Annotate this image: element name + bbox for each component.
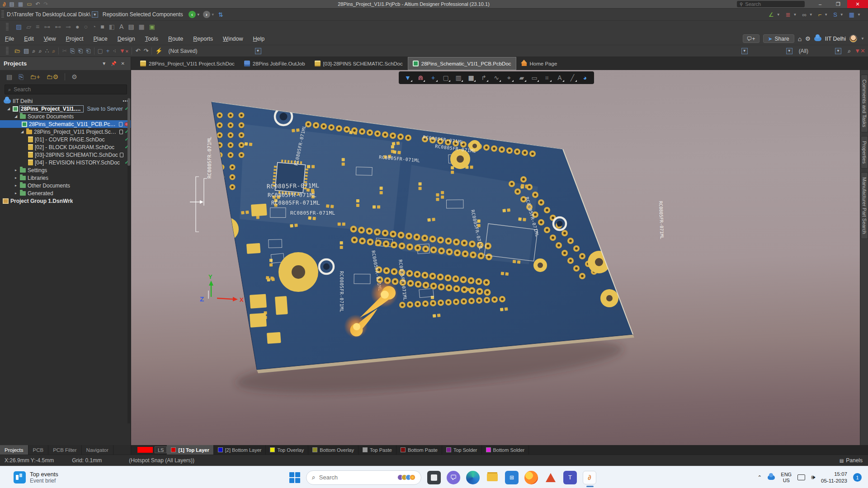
pad-pair-icon[interactable]: ⊶ (44, 23, 50, 30)
panel-dropdown-icon[interactable]: ▼ (99, 61, 108, 66)
doc-tab-outjob[interactable]: 28Pins JobFile.OutJob (240, 57, 310, 70)
menu-design[interactable]: Design (113, 34, 140, 44)
tree-item-libraries[interactable]: ▸ Libraries (0, 174, 131, 182)
share-button[interactable]: ➤ Share (763, 34, 794, 43)
zoom-area-icon[interactable]: ⌕ (39, 47, 42, 55)
grid-settings-icon[interactable]: ▦ (848, 11, 855, 18)
panel-tab-pcb-filter[interactable]: PCB Filter (48, 445, 81, 455)
variant-select[interactable]: (Not Saved) (169, 48, 198, 54)
layer-tab-bottom-layer[interactable]: [2] Bottom Layer (214, 445, 266, 455)
select-dots-icon[interactable]: ⁖ (113, 47, 116, 54)
snap-magnet-icon[interactable]: ⋒ (415, 73, 426, 83)
layer-stack-dropdown-icon[interactable]: ▼ (793, 13, 797, 17)
tree-item-28pins-schematic[interactable]: [03]-28PINS SCHEMATIC.SchDoc (0, 151, 131, 159)
layer-tab-top-paste[interactable]: Top Paste (359, 445, 396, 455)
variant-dropdown-icon[interactable]: ▼ (255, 48, 261, 54)
clear-filter-red-icon[interactable]: ▼✕ (854, 47, 865, 54)
panel-tab-projects[interactable]: Projects (0, 445, 28, 455)
toolbar-grip-2[interactable] (6, 23, 9, 30)
paste-array-icon[interactable]: ⎗ (86, 47, 90, 55)
tray-chevron-icon[interactable]: ⌃ (757, 474, 762, 481)
redo-icon[interactable]: ↷ (44, 1, 48, 7)
route-width-icon[interactable]: ∿ (491, 73, 502, 83)
place-component-icon[interactable]: ▦ (466, 73, 476, 83)
menu-file[interactable]: File (0, 34, 19, 44)
measure-tool-icon[interactable]: ∠ (768, 11, 775, 18)
home-icon[interactable]: ⌂ (798, 36, 802, 42)
board-insight-icon[interactable]: ▥ (453, 73, 464, 83)
route-path-icon[interactable]: ⌐ (817, 11, 823, 18)
expand-icon[interactable]: ◢ (6, 107, 11, 111)
component-array-icon[interactable]: ▦ (139, 23, 145, 30)
filter-scope[interactable]: (All) (799, 48, 808, 54)
menu-route[interactable]: Route (163, 34, 188, 44)
undo-arrow-icon[interactable]: ↶ (135, 47, 140, 54)
user-avatar[interactable] (849, 35, 857, 42)
menu-window[interactable]: Window (218, 34, 248, 44)
align-tool-icon[interactable]: ≡ (36, 23, 39, 30)
panels-button[interactable]: ▤ Panels (840, 457, 863, 464)
route-path-dropdown-icon[interactable]: ▼ (824, 13, 828, 17)
projects-search-input[interactable] (14, 86, 108, 93)
layer-tab-bottom-solder[interactable]: Bottom Solder (482, 445, 529, 455)
cut-icon[interactable]: ✂ (62, 47, 67, 54)
select-area-icon[interactable]: ▢ (98, 47, 103, 54)
panel-compile-icon[interactable]: ⎘ (19, 73, 24, 81)
tree-item-generated[interactable]: ▸ Generated (0, 189, 131, 197)
zoom-filter-icon[interactable]: ⌕ (52, 47, 55, 55)
pcb-3d-viewport[interactable]: RC0805FR-071MLRC0805FR-071MLRC0805FR-071… (131, 70, 860, 445)
layer-color-swatch[interactable] (137, 447, 153, 453)
doc-tab-project-schdoc[interactable]: 28Pins_Project_V1I1 Project.SchDoc (136, 57, 239, 70)
onedrive-icon[interactable] (768, 475, 775, 480)
filter-dropdown-icon-2[interactable]: ▼ (786, 48, 793, 54)
filter-dropdown-icon-3[interactable]: ▼ (835, 48, 841, 54)
back-button[interactable]: ‹ (189, 11, 196, 18)
hatch-region-icon[interactable]: ▨ (16, 23, 22, 30)
fill-tool-icon[interactable]: ■ (100, 23, 104, 30)
via-tool-icon[interactable]: ○ (84, 23, 87, 30)
component-green-icon[interactable]: ▣ (149, 23, 155, 30)
copy-icon[interactable]: ⎘ (70, 47, 75, 55)
collapse-icon[interactable]: ▸ (14, 168, 18, 172)
doc-tab-home[interactable]: Home Page (517, 57, 562, 70)
layer-tab-bottom-overlay[interactable]: Bottom Overlay (308, 445, 359, 455)
zoom-selected-icon[interactable]: ∴ (45, 47, 49, 54)
pcb-board-canvas[interactable]: RC0805FR-071MLRC0805FR-071MLRC0805FR-071… (131, 70, 860, 445)
menu-tools[interactable]: Tools (140, 34, 163, 44)
language-indicator[interactable]: ENGUS (781, 472, 792, 483)
polygon-tool-icon[interactable]: ▱ (26, 23, 31, 30)
clear-filter-icon[interactable]: ▼✕ (119, 47, 128, 54)
save-all-icon[interactable]: ▦ (18, 1, 23, 7)
panel-save-icon[interactable]: ▤ (6, 73, 12, 80)
find-similar-icon[interactable]: ∞ (801, 11, 807, 18)
expand-icon[interactable]: ◢ (14, 114, 18, 118)
taskbar-app-desktop[interactable] (427, 471, 441, 484)
panel-add-folder-icon[interactable]: 🗀+ (30, 73, 40, 80)
zoom-document-icon[interactable]: ⌕ (32, 47, 35, 55)
taskbar-search[interactable]: ⌕ (306, 470, 421, 485)
layer-tab-top-layer[interactable]: [1] Top Layer (167, 445, 213, 455)
storage-path[interactable]: D:\Transfer To Desktop\Local Disk\ (7, 11, 90, 18)
net-tie-icon[interactable]: ⊸ (66, 23, 71, 30)
tree-item-settings[interactable]: ▸ Settings (0, 166, 131, 174)
tree-item-source-documents[interactable]: ◢ Source Documents (0, 113, 131, 120)
titlebar-search-input[interactable] (745, 1, 795, 7)
tab-manufacturer-part-search[interactable]: Manufacturer Part Search (861, 172, 868, 239)
paste-icon[interactable]: ⎗ (78, 47, 83, 55)
open-document-icon[interactable]: ▭ (27, 1, 32, 7)
crosshair-icon[interactable]: + (428, 73, 439, 83)
save-to-server-badge[interactable]: Save to Server (87, 106, 123, 112)
layer-set-button[interactable]: LS (155, 446, 167, 453)
taskbar-app-matlab[interactable] (544, 471, 557, 484)
rectangle-icon[interactable]: ▭ (529, 73, 540, 83)
panel-tab-navigator[interactable]: Navigator (82, 445, 113, 455)
taskbar-app-altium-active[interactable]: ∂ (583, 471, 596, 484)
taskbar-app-store[interactable]: ⊞ (505, 471, 519, 484)
panel-gear-icon[interactable]: ⚙ (71, 73, 77, 80)
taskbar-app-teams[interactable]: T (563, 471, 577, 484)
route-icon[interactable]: ↱ (478, 73, 489, 83)
volume-icon[interactable]: 🕪 (811, 474, 815, 481)
back-dropdown-icon[interactable]: ▼ (197, 13, 200, 17)
tree-item-other-documents[interactable]: ▸ Other Documents (0, 182, 131, 189)
toolbar-grip[interactable] (1, 10, 4, 19)
